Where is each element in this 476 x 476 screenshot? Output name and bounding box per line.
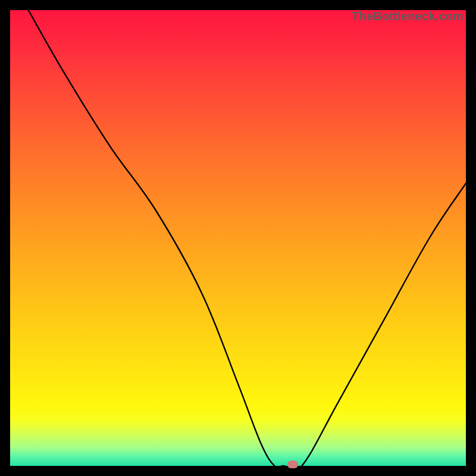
chart-frame: TheBottleneck.com xyxy=(0,0,476,476)
plot-area: TheBottleneck.com xyxy=(10,10,466,466)
optimum-marker xyxy=(287,461,298,468)
bottleneck-curve xyxy=(10,10,466,466)
attribution-label: TheBottleneck.com xyxy=(352,10,464,23)
